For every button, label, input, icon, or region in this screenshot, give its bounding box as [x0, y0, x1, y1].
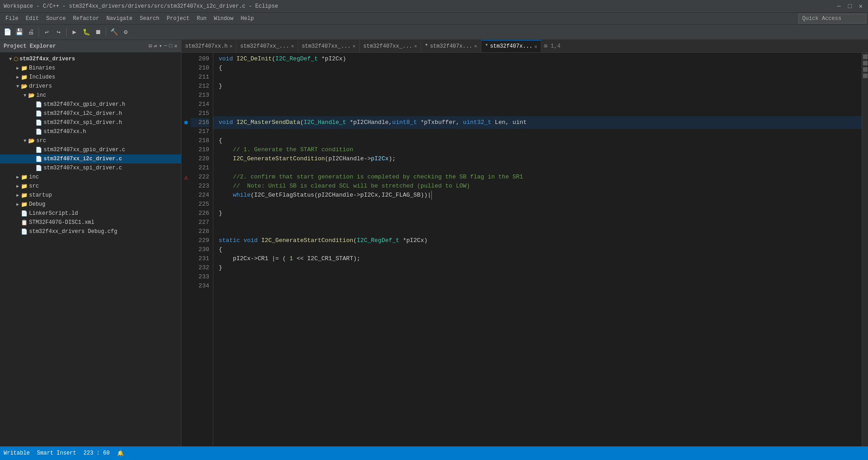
rp-btn-3[interactable]	[863, 67, 868, 72]
tree-item-gpio-c[interactable]: ▶ 📄 stm32f407xx_gpio_driver.c	[0, 145, 181, 154]
tab-3-close[interactable]: ✕	[414, 43, 417, 49]
pe-collapse-btn[interactable]: ⊟	[149, 43, 152, 49]
tab-4-close[interactable]: ✕	[474, 43, 477, 49]
tab-3-label: stm32f407xx_...	[363, 43, 412, 49]
project-tree: ▼ ⬡ stm32f4xx_drivers ▶ 📁 Binaries ▶ 📁 I…	[0, 53, 181, 446]
window-controls: ─ □ ✕	[835, 3, 864, 10]
menu-window[interactable]: Window	[210, 13, 237, 25]
tab-1-close[interactable]: ✕	[291, 43, 294, 49]
tree-item-main-h[interactable]: ▶ 📄 stm32f407xx.h	[0, 127, 181, 136]
tree-item-i2c-h[interactable]: ▶ 📄 stm32f407xx_i2c_driver.h	[0, 109, 181, 118]
menu-help[interactable]: Help	[237, 13, 258, 25]
rp-btn-1[interactable]	[863, 54, 868, 59]
gutter-empty-9	[181, 127, 191, 136]
close-button[interactable]: ✕	[857, 3, 864, 10]
gutter-empty-7	[181, 109, 191, 118]
minimize-button[interactable]: ─	[835, 3, 843, 10]
tab-2[interactable]: stm32f407xx_... ✕	[298, 40, 360, 53]
gutter-empty-4	[181, 82, 191, 91]
gutter-empty-3	[181, 73, 191, 82]
tabs-bar: stm32f407xx.h ✕ stm32f407xx_... ✕ stm32f…	[181, 40, 868, 53]
project-explorer-header: Project Explorer ⊟ ⇌ ▾ ─ □ ✕	[0, 40, 181, 53]
menu-edit[interactable]: Edit	[22, 13, 43, 25]
tab-1[interactable]: stm32f407xx_... ✕	[236, 40, 298, 53]
menu-search[interactable]: Search	[136, 13, 163, 25]
maximize-button[interactable]: □	[846, 3, 853, 10]
tree-item-linkerscript[interactable]: ▶ 📄 LinkerScript.ld	[0, 209, 181, 218]
tab-4-modified: *	[425, 43, 428, 49]
project-explorer: Project Explorer ⊟ ⇌ ▾ ─ □ ✕ ▼ ⬡ stm32f4…	[0, 40, 181, 446]
rp-btn-2[interactable]	[863, 61, 868, 65]
toolbar-build[interactable]: 🔨	[108, 27, 119, 38]
menu-file[interactable]: File	[2, 13, 22, 25]
tree-item-disc-xml[interactable]: ▶ 📋 STM32F407G-DISC1.xml	[0, 218, 181, 227]
pe-menu-btn[interactable]: ▾	[159, 43, 162, 49]
rp-btn-4[interactable]	[863, 74, 868, 78]
toolbar-debug[interactable]: 🐛	[81, 27, 92, 38]
quick-access-label: Quick Access	[802, 15, 841, 22]
tree-item-debug-cfg[interactable]: ▶ 📄 stm32f4xx_drivers Debug.cfg	[0, 227, 181, 236]
toolbar-undo[interactable]: ↩	[41, 27, 52, 38]
menu-navigate[interactable]: Navigate	[103, 13, 136, 25]
tree-item-debug[interactable]: ▶ 📁 Debug	[0, 200, 181, 209]
tab-0-label: stm32f407xx.h	[185, 43, 228, 49]
main-content: Project Explorer ⊟ ⇌ ▾ ─ □ ✕ ▼ ⬡ stm32f4…	[0, 40, 868, 446]
tree-item-binaries[interactable]: ▶ 📁 Binaries	[0, 64, 181, 73]
gutter-empty-5	[181, 91, 191, 100]
tree-item-i2c-c[interactable]: ▶ 📄 stm32f407xx_i2c_driver.c	[0, 154, 181, 163]
line-numbers: 209 210 211 212 213 214 215 216 217 218 …	[191, 53, 213, 446]
tab-5-close[interactable]: ✕	[535, 44, 538, 49]
tab-5-modified: *	[485, 43, 488, 49]
tree-item-startup[interactable]: ▶ 📁 startup	[0, 191, 181, 200]
code-area[interactable]: ⚠ 209 210 211 212 213 214 215 216 217 21…	[181, 53, 868, 446]
menu-source[interactable]: Source	[43, 13, 69, 25]
status-bar: Writable Smart Insert 223 : 60 🔔	[0, 446, 868, 460]
toolbar-save[interactable]: 💾	[14, 27, 25, 38]
toolbar-print[interactable]: 🖨	[25, 27, 36, 38]
status-position: 223 : 60	[83, 450, 110, 456]
tree-item-gpio-h[interactable]: ▶ 📄 stm32f407xx_gpio_driver.h	[0, 100, 181, 109]
quick-access-input[interactable]: Quick Access	[798, 14, 866, 24]
tab-4[interactable]: * stm32f407x... ✕	[421, 40, 481, 53]
tab-0[interactable]: stm32f407xx.h ✕	[181, 40, 236, 53]
gutter: ⚠	[181, 53, 191, 446]
code-editor[interactable]: void I2C_DeInit(I2C_RegDef_t *pI2Cx) { }…	[213, 53, 862, 446]
tree-item-root[interactable]: ▼ ⬡ stm32f4xx_drivers	[0, 54, 181, 64]
tree-item-drivers-src[interactable]: ▼ 📂 src	[0, 136, 181, 145]
tab-5-label: stm32f407x...	[490, 43, 533, 49]
gutter-223-error: ⚠	[181, 173, 191, 182]
tree-item-includes[interactable]: ▶ 📁 Includes	[0, 73, 181, 82]
tab-5[interactable]: * stm32f407x... ✕	[481, 40, 541, 53]
tree-item-inc2[interactable]: ▶ 📁 inc	[0, 173, 181, 182]
toolbar-redo[interactable]: ↪	[53, 27, 64, 38]
status-writable: Writable	[4, 450, 30, 456]
toolbar-settings[interactable]: ⚙	[120, 27, 131, 38]
tab-2-close[interactable]: ✕	[353, 43, 356, 49]
pe-minimize-btn[interactable]: ─	[164, 43, 167, 49]
tab-0-close[interactable]: ✕	[230, 43, 233, 49]
tab-4-label: stm32f407x...	[430, 43, 472, 49]
pe-link-btn[interactable]: ⇌	[154, 43, 157, 49]
pe-maximize-btn[interactable]: □	[169, 43, 172, 49]
tree-item-drivers[interactable]: ▼ 📂 drivers	[0, 82, 181, 91]
toolbar-sep-2	[66, 28, 67, 37]
tree-item-drivers-inc[interactable]: ▼ 📂 inc	[0, 91, 181, 100]
tab-3[interactable]: stm32f407xx_... ✕	[360, 40, 422, 53]
menu-refactor[interactable]: Refactor	[69, 13, 103, 25]
gutter-empty-10	[181, 136, 191, 145]
tab-2-label: stm32f407xx_...	[302, 43, 351, 49]
tab-1-label: stm32f407xx_...	[240, 43, 289, 49]
toolbar-sep-3	[106, 28, 106, 37]
toolbar-new[interactable]: 📄	[2, 27, 13, 38]
tree-item-spi-c[interactable]: ▶ 📄 stm32f407xx_spi_driver.c	[0, 163, 181, 173]
toolbar-run[interactable]: ▶	[69, 27, 80, 38]
toolbar-stop[interactable]: ⏹	[93, 27, 103, 38]
menu-run[interactable]: Run	[193, 13, 211, 25]
tree-item-src2[interactable]: ▶ 📁 src	[0, 182, 181, 191]
gutter-empty-1	[181, 54, 191, 64]
menu-project[interactable]: Project	[163, 13, 193, 25]
project-explorer-title: Project Explorer	[4, 43, 56, 49]
toolbar: 📄 💾 🖨 ↩ ↪ ▶ 🐛 ⏹ 🔨 ⚙	[0, 25, 868, 40]
tree-item-spi-h[interactable]: ▶ 📄 stm32f407xx_spi_driver.h	[0, 118, 181, 127]
pe-close-btn[interactable]: ✕	[174, 43, 177, 49]
